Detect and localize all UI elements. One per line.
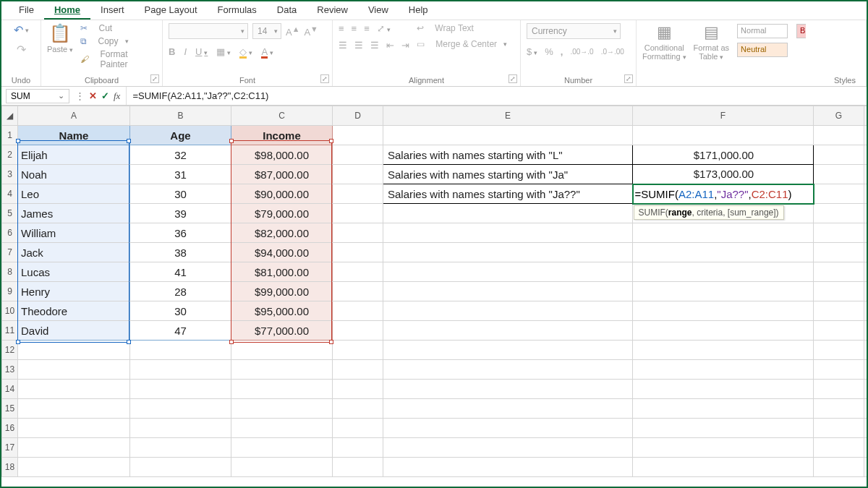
cell-F1[interactable] bbox=[633, 126, 814, 145]
cell-G3[interactable] bbox=[814, 165, 864, 184]
cell-D4[interactable] bbox=[333, 184, 383, 204]
indent-decrease-icon[interactable]: ⇤ bbox=[386, 40, 394, 51]
comma-button[interactable]: , bbox=[561, 46, 563, 57]
wrap-text-button[interactable]: ↩ Wrap Text bbox=[417, 23, 507, 33]
number-launcher[interactable]: ⤢ bbox=[624, 74, 633, 83]
row-header-10[interactable]: 10 bbox=[2, 301, 18, 321]
borders-button[interactable]: ▦ bbox=[216, 46, 231, 57]
cell-A9[interactable]: Henry bbox=[18, 282, 130, 301]
row-header-11[interactable]: 11 bbox=[2, 321, 18, 341]
cell-G1[interactable] bbox=[814, 126, 864, 145]
cancel-formula-button[interactable]: ✕ bbox=[89, 90, 97, 101]
row-header-8[interactable]: 8 bbox=[2, 262, 18, 282]
font-launcher[interactable]: ⤢ bbox=[320, 74, 329, 83]
cell-D1[interactable] bbox=[333, 126, 383, 145]
cell-B10[interactable]: 30 bbox=[130, 301, 231, 321]
cell-C7[interactable]: $94,000.00 bbox=[231, 243, 333, 262]
style-bad[interactable]: B bbox=[796, 24, 806, 38]
fx-icon[interactable]: fx bbox=[114, 90, 120, 102]
col-header-H[interactable]: H bbox=[864, 106, 867, 126]
format-as-table-button[interactable]: ▤ Format as Table bbox=[694, 23, 730, 61]
formula-bar[interactable]: =SUMIF(A2:A11,"Ja??",C2:C11) bbox=[127, 89, 867, 103]
col-header-D[interactable]: D bbox=[333, 106, 383, 126]
cell-B11[interactable]: 47 bbox=[130, 321, 231, 341]
cell-F4-editing[interactable]: =SUMIF(A2:A11,"Ja??",C2:C11) SUMIF(range… bbox=[633, 184, 814, 204]
cell-B9[interactable]: 28 bbox=[130, 282, 231, 301]
cut-button[interactable]: ✂ Cut bbox=[80, 23, 156, 33]
cell-A8[interactable]: Lucas bbox=[18, 262, 130, 282]
row-header-15[interactable]: 15 bbox=[2, 399, 18, 419]
row-header-9[interactable]: 9 bbox=[2, 282, 18, 301]
cell-C2[interactable]: $98,000.00 bbox=[231, 145, 333, 165]
align-left-icon[interactable]: ☰ bbox=[339, 40, 347, 51]
cell-H4[interactable] bbox=[864, 184, 867, 204]
cell-A6[interactable]: William bbox=[18, 223, 130, 243]
cell-G2[interactable] bbox=[814, 145, 864, 165]
percent-button[interactable]: % bbox=[545, 46, 553, 57]
font-name-combo[interactable] bbox=[169, 23, 248, 39]
cell-B1[interactable]: Age bbox=[130, 126, 231, 145]
grid[interactable]: ◢ A B C D E F G H 1 Name Age Income 2 El… bbox=[1, 106, 867, 487]
cell-C5[interactable]: $79,000.00 bbox=[231, 204, 333, 223]
cell-F3[interactable]: $173,000.00 bbox=[633, 165, 814, 184]
cell-B3[interactable]: 31 bbox=[130, 165, 231, 184]
row-header-2[interactable]: 2 bbox=[2, 145, 18, 165]
tab-home[interactable]: Home bbox=[44, 1, 90, 20]
cell-A1[interactable]: Name bbox=[18, 126, 130, 145]
menu-dots-icon[interactable]: ⋮ bbox=[75, 90, 85, 101]
increase-font-icon[interactable]: A▲ bbox=[286, 25, 299, 38]
align-right-icon[interactable]: ☰ bbox=[370, 40, 379, 51]
cell-H3[interactable] bbox=[864, 165, 867, 184]
cell-A4[interactable]: Leo bbox=[18, 184, 130, 204]
row-header-1[interactable]: 1 bbox=[2, 126, 18, 145]
tab-page-layout[interactable]: Page Layout bbox=[135, 1, 208, 20]
cell-B5[interactable]: 39 bbox=[130, 204, 231, 223]
row-header-3[interactable]: 3 bbox=[2, 165, 18, 184]
decrease-decimal-button[interactable]: .0→.00 bbox=[601, 48, 624, 56]
cell-G4[interactable] bbox=[814, 184, 864, 204]
cell-B7[interactable]: 38 bbox=[130, 243, 231, 262]
cell-A7[interactable]: Jack bbox=[18, 243, 130, 262]
bold-button[interactable]: B bbox=[169, 46, 175, 57]
format-painter-button[interactable]: 🖌 Format Painter bbox=[80, 49, 156, 69]
align-center-icon[interactable]: ☰ bbox=[354, 40, 363, 51]
cell-B4[interactable]: 30 bbox=[130, 184, 231, 204]
tab-file[interactable]: File bbox=[9, 1, 44, 20]
style-normal[interactable]: Normal bbox=[737, 24, 788, 38]
cell-C3[interactable]: $87,000.00 bbox=[231, 165, 333, 184]
cell-A10[interactable]: Theodore bbox=[18, 301, 130, 321]
row-header-6[interactable]: 6 bbox=[2, 223, 18, 243]
cell-A3[interactable]: Noah bbox=[18, 165, 130, 184]
col-header-A[interactable]: A bbox=[18, 106, 130, 126]
col-header-G[interactable]: G bbox=[814, 106, 864, 126]
row-header-14[interactable]: 14 bbox=[2, 380, 18, 399]
cell-C6[interactable]: $82,000.00 bbox=[231, 223, 333, 243]
row-header-12[interactable]: 12 bbox=[2, 341, 18, 360]
cell-B2[interactable]: 32 bbox=[130, 145, 231, 165]
name-box[interactable]: SUM bbox=[6, 89, 69, 103]
col-header-C[interactable]: C bbox=[231, 106, 333, 126]
select-all-corner[interactable]: ◢ bbox=[2, 106, 18, 126]
cell-C4[interactable]: $90,000.00 bbox=[231, 184, 333, 204]
row-header-13[interactable]: 13 bbox=[2, 360, 18, 380]
indent-increase-icon[interactable]: ⇥ bbox=[401, 40, 409, 51]
cell-C1[interactable]: Income bbox=[231, 126, 333, 145]
cell-H1[interactable] bbox=[864, 126, 867, 145]
style-neutral[interactable]: Neutral bbox=[737, 43, 788, 57]
cell-H2[interactable] bbox=[864, 145, 867, 165]
merge-center-button[interactable]: ▭ Merge & Center bbox=[417, 39, 507, 49]
row-header-4[interactable]: 4 bbox=[2, 184, 18, 204]
decrease-font-icon[interactable]: A▼ bbox=[304, 25, 318, 38]
alignment-launcher[interactable]: ⤢ bbox=[509, 74, 517, 83]
tab-view[interactable]: View bbox=[358, 1, 399, 20]
cell-C10[interactable]: $95,000.00 bbox=[231, 301, 333, 321]
redo-icon[interactable]: ↷ bbox=[17, 43, 26, 56]
paste-button[interactable]: 📋 Paste bbox=[47, 23, 73, 53]
row-header-7[interactable]: 7 bbox=[2, 243, 18, 262]
cell-B6[interactable]: 36 bbox=[130, 223, 231, 243]
align-top-icon[interactable]: ≡ bbox=[339, 23, 344, 34]
cell-D3[interactable] bbox=[333, 165, 383, 184]
undo-icon[interactable]: ↶ bbox=[14, 23, 29, 37]
confirm-formula-button[interactable]: ✓ bbox=[101, 90, 109, 101]
align-middle-icon[interactable]: ≡ bbox=[352, 23, 357, 34]
